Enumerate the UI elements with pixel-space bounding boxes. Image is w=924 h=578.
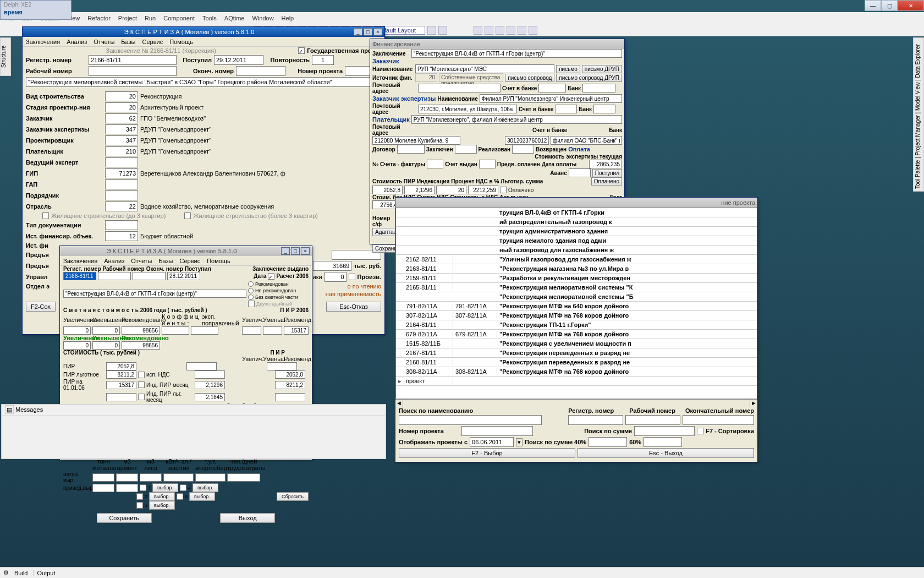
grid-cell-reg[interactable]: 2168-81/11 (404, 359, 453, 366)
plat-bank-input[interactable] (551, 136, 622, 145)
max-icon[interactable]: □ (364, 28, 372, 36)
vybor-button[interactable]: выбор. (149, 501, 175, 510)
right-tabs[interactable]: Tool Palette | Project Manager | Model V… (913, 37, 924, 192)
sum-search-input[interactable] (634, 426, 695, 436)
inp[interactable] (512, 145, 534, 154)
proizv-input[interactable] (324, 272, 346, 282)
inp[interactable] (372, 186, 403, 194)
menu-servis[interactable]: Сервис (180, 258, 201, 264)
work-input[interactable] (89, 66, 177, 76)
grid-cell-name[interactable]: "Реконструкция МТФ на 768 коров дойного (497, 331, 757, 337)
grid-cell-name[interactable]: ный газопровод для газоснабжения ж (497, 247, 757, 253)
menu-component[interactable]: Component (163, 15, 195, 21)
grid-cell-name[interactable]: трукция административного здания (497, 228, 757, 235)
field-code-input[interactable] (105, 124, 138, 134)
grid-cell-reg[interactable]: проект (404, 378, 453, 384)
inp[interactable] (63, 326, 91, 335)
grid-cell-name[interactable]: "Уличный газопровод для газоснабжения ж (497, 256, 757, 263)
inp[interactable] (195, 473, 226, 482)
ps-button[interactable]: письмо сопровод (505, 74, 554, 82)
inp[interactable] (191, 326, 218, 335)
min-icon[interactable]: _ (281, 247, 290, 255)
sbrosit-button[interactable]: Сбросить (277, 492, 309, 501)
grid-cell-reg[interactable]: 307-82/11А (404, 312, 453, 319)
menu-bazy[interactable]: Базы (158, 258, 173, 264)
reg-input[interactable] (89, 55, 177, 65)
inp[interactable] (106, 362, 136, 370)
field-code-input[interactable] (105, 135, 138, 145)
postupil-button[interactable]: Поступил (592, 169, 622, 177)
st-eksp-input[interactable] (589, 160, 622, 168)
maximize-button[interactable]: ▢ (881, 0, 898, 11)
inp[interactable] (92, 484, 114, 492)
toolbar-icon[interactable] (474, 26, 482, 35)
povtor-input[interactable] (312, 55, 334, 65)
desc-input[interactable] (26, 77, 381, 87)
inp[interactable] (479, 160, 496, 168)
grid-cell-name[interactable]: "Реконструкция МТФ на 768 коров дойного (497, 312, 757, 319)
sum40-input[interactable] (588, 437, 627, 447)
menu-tools[interactable]: Tools (202, 15, 217, 21)
tip-dok-input[interactable] (105, 220, 138, 230)
inp[interactable] (275, 381, 305, 389)
menu-analiz[interactable]: Анализ (104, 258, 124, 264)
plat-addr-input[interactable] (372, 136, 460, 145)
inp[interactable] (267, 362, 297, 370)
inp[interactable] (63, 341, 91, 350)
menu-otchety[interactable]: Отчеты (94, 39, 114, 45)
housing1-checkbox[interactable] (42, 212, 49, 219)
status-output[interactable]: Output (33, 570, 55, 576)
close-icon[interactable]: × (301, 247, 310, 255)
f2-select-button[interactable]: F2 - Выбор (399, 448, 575, 458)
naim-input[interactable] (415, 64, 554, 73)
radio-nerekom[interactable] (248, 288, 254, 293)
chk[interactable] (138, 381, 145, 388)
plat-schet-input[interactable] (505, 136, 549, 145)
field-code-input[interactable] (105, 168, 138, 178)
field-code-input[interactable] (105, 190, 138, 200)
schet-input[interactable] (538, 84, 566, 92)
grid-cell-name[interactable]: "Реконструкция ТП-11 г.Горки" (497, 321, 757, 328)
postupil-input[interactable] (214, 55, 263, 65)
scroll-right-icon[interactable]: ► (750, 400, 757, 407)
inp[interactable] (140, 473, 162, 482)
work-num-input[interactable] (625, 415, 680, 425)
chk[interactable] (177, 493, 183, 500)
menu-analiz[interactable]: Анализ (67, 39, 87, 45)
proizv-checkbox[interactable] (349, 274, 355, 280)
grid-cell-code[interactable]: 307-82/11А (453, 312, 497, 319)
f7-checkbox[interactable] (697, 428, 703, 434)
inp[interactable] (593, 105, 615, 113)
date-from-input[interactable] (470, 437, 514, 447)
inp[interactable] (186, 362, 217, 370)
ps-drup-button[interactable]: письмо сопровод ДРУП (556, 74, 622, 82)
vybor-button[interactable]: выбор. (193, 483, 218, 492)
dvuh-checkbox[interactable] (248, 301, 255, 307)
grid-cell-name[interactable]: "Реконструкция мелиоративной системы "Б (497, 293, 757, 300)
scroll-left-icon[interactable]: ◄ (395, 400, 403, 407)
minimize-button[interactable]: — (865, 0, 881, 11)
inp[interactable] (162, 326, 189, 335)
min-icon[interactable]: _ (354, 28, 362, 36)
chk[interactable] (136, 502, 143, 509)
plat-naim-input[interactable] (411, 115, 622, 124)
inp[interactable] (263, 326, 282, 335)
grid-cell-reg[interactable]: 2165-81/11 (404, 284, 453, 291)
inp[interactable] (227, 473, 260, 482)
gos-prog-checkbox[interactable] (298, 47, 305, 54)
field-code-input[interactable] (105, 102, 138, 112)
inp[interactable] (106, 370, 136, 379)
chk[interactable] (138, 372, 145, 378)
addr-input[interactable] (418, 105, 517, 113)
vybor-button[interactable]: выбор. (149, 492, 175, 501)
status-build[interactable]: Build (14, 570, 28, 576)
structure-tab[interactable]: Structure (0, 37, 11, 76)
inp[interactable] (106, 381, 136, 389)
zakl-input[interactable] (411, 49, 622, 58)
inp[interactable] (468, 186, 498, 194)
toolbar-icon[interactable] (438, 26, 447, 35)
chk[interactable] (180, 484, 186, 491)
toolbar-icon[interactable] (496, 26, 504, 35)
field-code-input[interactable] (105, 179, 138, 189)
close-button[interactable]: ✕ (898, 0, 924, 11)
